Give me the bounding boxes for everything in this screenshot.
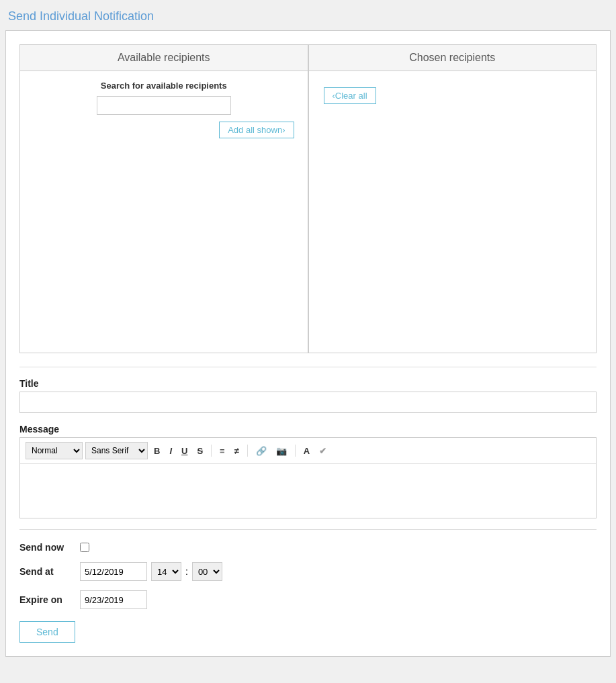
chosen-recipients-header: Chosen recipients: [309, 45, 597, 71]
time-colon: :: [185, 566, 188, 577]
font-color-button[interactable]: A: [300, 445, 313, 457]
expire-on-row: Expire on: [19, 590, 597, 609]
underline-button[interactable]: U: [178, 445, 191, 457]
expire-on-value: [80, 590, 147, 609]
message-editor-wrapper: Normal Heading 1 Heading 2 Heading 3 San…: [19, 437, 597, 518]
page-title: Send Individual Notification: [5, 5, 611, 30]
title-section: Title: [19, 378, 597, 422]
italic-button[interactable]: I: [166, 445, 175, 457]
divider-1: [19, 367, 597, 367]
link-button[interactable]: 🔗: [253, 445, 270, 457]
message-section: Message Normal Heading 1 Heading 2 Headi…: [19, 424, 597, 518]
add-all-shown-button[interactable]: Add all shown: [219, 122, 294, 138]
expire-on-label: Expire on: [19, 594, 80, 605]
available-recipients-box: Available recipients Search for availabl…: [19, 44, 308, 353]
chosen-recipients-body: Clear all: [309, 71, 597, 113]
toolbar-separator-1: [211, 445, 212, 457]
clear-all-label: Clear all: [335, 91, 367, 101]
clear-all-button[interactable]: Clear all: [324, 87, 376, 104]
send-now-checkbox[interactable]: [80, 543, 89, 552]
send-at-minute-select[interactable]: 00 15 30 45: [192, 562, 222, 581]
title-label: Title: [19, 378, 597, 389]
send-at-hour-select[interactable]: 14 0 1 2 3 4 5 6 7 8 9 10 11 12: [151, 562, 181, 581]
send-now-label: Send now: [19, 542, 80, 553]
available-recipients-header: Available recipients: [20, 45, 308, 71]
send-button-row: Send: [19, 619, 597, 643]
strikethrough-button[interactable]: S: [193, 445, 206, 457]
divider-2: [19, 529, 597, 530]
image-button[interactable]: 📷: [273, 445, 290, 457]
search-input[interactable]: [97, 96, 231, 115]
available-recipients-body: Search for available recipients Add all …: [20, 71, 308, 148]
card: Available recipients Search for availabl…: [5, 30, 611, 657]
chosen-recipients-box: Chosen recipients Clear all: [308, 44, 597, 353]
message-label: Message: [19, 424, 597, 435]
title-input[interactable]: [19, 392, 597, 413]
font-select[interactable]: Sans Serif Serif Monospace: [85, 442, 148, 459]
send-now-value: [80, 543, 89, 552]
main-container: Send Individual Notification Available r…: [0, 0, 616, 683]
bold-button[interactable]: B: [150, 445, 163, 457]
expire-on-date-input[interactable]: [80, 590, 147, 609]
toolbar-separator-2: [247, 445, 248, 457]
ordered-list-button[interactable]: ≡: [216, 445, 228, 457]
send-at-date-input[interactable]: [80, 562, 147, 581]
send-button[interactable]: Send: [19, 621, 75, 643]
add-all-label: Add all shown: [228, 125, 282, 135]
toolbar-separator-3: [295, 445, 296, 457]
toolbar: Normal Heading 1 Heading 2 Heading 3 San…: [20, 438, 596, 464]
unordered-list-button[interactable]: ≠: [231, 445, 243, 457]
highlight-button[interactable]: ✔: [316, 445, 330, 457]
send-now-row: Send now: [19, 542, 597, 553]
send-at-row: Send at 14 0 1 2 3 4 5 6 7 8 9: [19, 562, 597, 581]
send-at-label: Send at: [19, 566, 80, 577]
search-label: Search for available recipients: [28, 81, 300, 91]
message-area[interactable]: [20, 464, 596, 518]
send-at-value: 14 0 1 2 3 4 5 6 7 8 9 10 11 12: [80, 562, 222, 581]
bottom-form: Send now Send at 14 0 1 2 3 4: [19, 542, 597, 643]
chevron-right-icon: [282, 125, 285, 135]
recipients-row: Available recipients Search for availabl…: [19, 44, 597, 353]
format-select[interactable]: Normal Heading 1 Heading 2 Heading 3: [26, 442, 83, 459]
